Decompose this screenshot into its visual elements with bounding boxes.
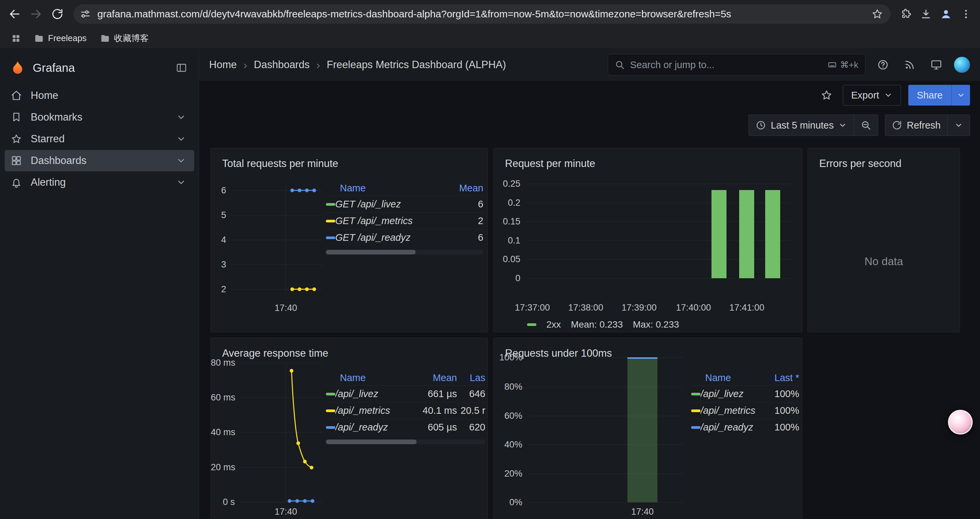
downloads-button[interactable] [917, 5, 935, 23]
gridline [527, 184, 792, 184]
panel-title[interactable]: Average response time [211, 338, 488, 359]
table-row[interactable]: GET /api/_readyz 6 [326, 229, 483, 246]
search-box[interactable]: ⌘+k [608, 54, 865, 75]
col-last[interactable]: Las [457, 372, 485, 383]
forward-button[interactable] [27, 5, 45, 23]
sidebar-item-dashboards[interactable]: Dashboards [5, 150, 194, 171]
legend-series[interactable]: 2xx [546, 319, 561, 330]
y-tick: 20 ms [211, 462, 235, 473]
col-name[interactable]: Name [340, 372, 407, 383]
back-button[interactable] [5, 5, 24, 23]
favorite-dashboard-button[interactable] [818, 86, 835, 104]
search-input[interactable] [630, 59, 822, 70]
url-bar[interactable] [73, 4, 891, 24]
site-settings-button[interactable] [77, 5, 94, 23]
panel-title[interactable]: Request per minute [494, 148, 802, 170]
y-tick: 60% [494, 410, 522, 421]
reload-icon [51, 8, 64, 20]
time-range-button[interactable]: Last 5 minutes [749, 115, 854, 136]
panel-title[interactable]: Errors per second [808, 148, 960, 170]
y-tick: 40% [494, 439, 522, 450]
col-name[interactable]: Name [340, 183, 443, 194]
series-swatch-yellow [326, 220, 335, 222]
url-input[interactable] [97, 8, 865, 20]
scrollbar-thumb[interactable] [326, 250, 415, 254]
apps-shortcut-button[interactable] [7, 30, 25, 47]
sidebar: Grafana Home Bookmarks Starred [0, 49, 199, 519]
panel-title[interactable]: Total requests per minute [211, 148, 488, 170]
brand-name: Grafana [33, 61, 75, 75]
chevron-down-icon [176, 177, 186, 187]
col-mean[interactable]: Mean [443, 183, 483, 194]
bar-2xx[interactable] [739, 190, 754, 278]
panel-title[interactable]: Requests under 100ms [494, 338, 802, 359]
kiosk-mode-button[interactable] [927, 56, 945, 74]
refresh-icon [892, 120, 902, 130]
bookmark-star-icon [872, 8, 883, 20]
table-row[interactable]: /api/_metrics 100% [691, 402, 799, 419]
bookmark-page-button[interactable] [869, 5, 886, 23]
share-button[interactable]: Share [908, 85, 970, 105]
bar-2xx[interactable] [765, 190, 780, 278]
sidebar-item-home[interactable]: Home [5, 85, 194, 106]
overflow-menu-icon [960, 8, 972, 20]
table-scrollbar[interactable] [326, 439, 485, 444]
browser-profile-button[interactable] [937, 5, 955, 23]
table-row[interactable]: /api/_readyz 605 µs 620 [326, 419, 485, 436]
time-picker-group: Last 5 minutes [749, 115, 878, 136]
bell-icon [11, 177, 22, 188]
table-row[interactable]: GET /api/_metrics 2 [326, 212, 483, 229]
bookmark-item-freeleaps[interactable]: Freeleaps [30, 32, 91, 45]
bookmarks-bar: Freeleaps 收藏博客 [0, 28, 980, 49]
col-mean[interactable]: Mean [407, 372, 457, 383]
chevron-down-icon [838, 121, 847, 129]
reload-button[interactable] [48, 5, 67, 23]
table-row[interactable]: /api/_livez 661 µs 646 [326, 385, 485, 402]
extensions-button[interactable] [897, 5, 915, 23]
collapse-sidebar-button[interactable] [173, 59, 190, 77]
extensions-puzzle-icon [900, 8, 912, 20]
sidebar-item-starred[interactable]: Starred [5, 128, 194, 150]
y-tick: 0.25 [494, 178, 520, 189]
legend-mean: Mean: 0.233 [571, 319, 623, 330]
table-row[interactable]: /api/_livez 100% [691, 385, 799, 402]
help-button[interactable] [874, 56, 892, 74]
bar-under-100ms[interactable] [627, 357, 657, 502]
y-tick: 0 s [211, 497, 235, 507]
legend-table: Name Mean GET /api/_livez 6 GET /api/_me… [326, 180, 483, 254]
table-row[interactable]: /api/_metrics 40.1 ms 20.5 r [326, 402, 485, 419]
sidebar-item-bookmarks[interactable]: Bookmarks [5, 107, 194, 128]
table-row[interactable]: GET /api/_livez 6 [326, 196, 483, 212]
col-last[interactable]: Last * [762, 372, 799, 383]
breadcrumb-dashboards[interactable]: Dashboards [254, 59, 310, 71]
y-tick: 80 ms [211, 357, 235, 368]
bar-2xx[interactable] [711, 190, 727, 278]
panel-request-per-minute: Request per minute 0.25 0.2 0.15 0.1 0.0… [493, 148, 802, 332]
zoom-out-button[interactable] [854, 115, 878, 136]
scrollbar-thumb[interactable] [326, 439, 417, 444]
table-scrollbar[interactable] [326, 250, 483, 254]
zoom-out-icon [861, 120, 871, 131]
sidebar-item-alerting[interactable]: Alerting [5, 172, 194, 193]
refresh-interval-button[interactable] [947, 115, 970, 136]
table-row[interactable]: /api/_readyz 100% [691, 419, 799, 436]
user-avatar[interactable] [954, 57, 970, 73]
y-tick: 0.15 [494, 216, 520, 227]
browser-menu-button[interactable] [957, 5, 975, 23]
gridline [528, 502, 683, 503]
back-arrow-icon [8, 8, 21, 21]
browser-toolbar [0, 0, 980, 28]
refresh-button[interactable]: Refresh [885, 115, 947, 136]
breadcrumb-current: Freeleaps Metrics Dashboard (ALPHA) [327, 59, 506, 71]
breadcrumb-home[interactable]: Home [209, 59, 237, 71]
legend-table: Name Last * /api/_livez 100% /api/_metri… [691, 370, 799, 436]
export-button[interactable]: Export [843, 85, 901, 105]
share-menu-button[interactable] [951, 85, 970, 105]
col-name[interactable]: Name [705, 372, 762, 383]
forward-arrow-icon [30, 8, 42, 21]
y-tick: 60 ms [211, 392, 235, 403]
news-button[interactable] [900, 56, 919, 74]
bookmark-item-blogs[interactable]: 收藏博客 [96, 31, 153, 45]
chevron-down-icon [176, 134, 186, 144]
floating-assistant-avatar[interactable] [948, 410, 973, 434]
